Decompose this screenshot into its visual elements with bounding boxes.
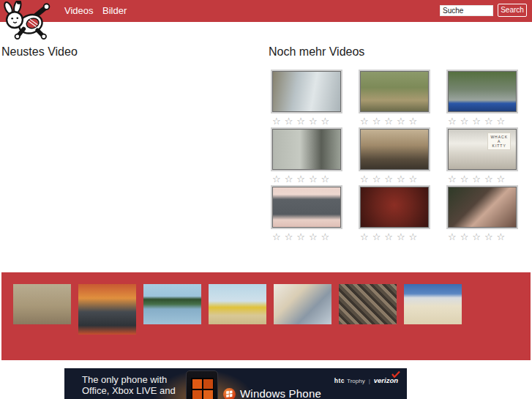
photo-thumb-crowd[interactable] bbox=[339, 284, 397, 324]
ad-brand-logos: htcTrophy|verizon bbox=[334, 376, 398, 384]
photo-thumb-lake-wader[interactable] bbox=[143, 284, 201, 324]
htc-model-label: Trophy bbox=[347, 378, 365, 384]
rating-stars[interactable]: ☆☆☆☆☆ bbox=[271, 174, 344, 185]
header-bar: Videos Bilder Search bbox=[0, 0, 532, 22]
video-thumb-news-report[interactable]: ☆☆☆☆☆ bbox=[446, 70, 520, 127]
video-thumb-news-report-image[interactable] bbox=[448, 71, 517, 112]
video-thumb-whack-a-kitty-image[interactable]: WHACK A KITTY bbox=[448, 129, 517, 170]
search-input[interactable] bbox=[440, 5, 493, 16]
brand-separator: | bbox=[369, 378, 370, 384]
video-thumb-hands-closeup-image[interactable] bbox=[448, 187, 517, 228]
windows-phone-device-image bbox=[186, 370, 218, 399]
search-button[interactable]: Search bbox=[498, 4, 527, 17]
rating-stars[interactable]: ☆☆☆☆☆ bbox=[446, 116, 520, 127]
windows-phone-logo-icon bbox=[223, 388, 236, 399]
video-thumb-church-gathering-image[interactable] bbox=[360, 129, 429, 170]
video-thumb-forest-hiker-image[interactable] bbox=[272, 129, 341, 170]
rating-stars[interactable]: ☆☆☆☆☆ bbox=[446, 174, 520, 185]
phone-tiles bbox=[192, 379, 202, 389]
rating-stars[interactable]: ☆☆☆☆☆ bbox=[359, 116, 432, 127]
rating-stars[interactable]: ☆☆☆☆☆ bbox=[271, 116, 344, 127]
video-thumb-cat-in-wheel[interactable]: ☆☆☆☆☆ bbox=[359, 185, 432, 243]
ad-banner[interactable]: The only phone with Office, Xbox LIVE an… bbox=[64, 368, 407, 399]
verizon-check-icon bbox=[391, 371, 400, 378]
ad-headline-line2: Office, Xbox LIVE and bbox=[82, 385, 176, 396]
nav-videos-link[interactable]: Videos bbox=[64, 0, 94, 22]
photo-thumb-car-wash[interactable] bbox=[78, 284, 136, 335]
photo-thumb-cattle-on-beach[interactable] bbox=[404, 284, 462, 324]
video-thumb-doormat-runner-image[interactable] bbox=[272, 187, 341, 228]
rating-stars[interactable]: ☆☆☆☆☆ bbox=[446, 231, 520, 243]
video-thumb-pandas-on-slide[interactable]: ☆☆☆☆☆ bbox=[359, 70, 432, 127]
ad-headline-line1: The only phone with bbox=[82, 374, 167, 385]
photo-strip-band bbox=[1, 272, 531, 360]
more-videos-heading: Noch mehr Videos bbox=[269, 45, 364, 59]
photo-thumb-yellow-beach-bus[interactable] bbox=[209, 284, 266, 324]
rating-stars[interactable]: ☆☆☆☆☆ bbox=[359, 174, 432, 185]
htc-logo: htc bbox=[334, 377, 345, 384]
windows-phone-wordmark: Windows Phone bbox=[240, 387, 321, 399]
video-thumb-shop-surveillance[interactable]: ☆☆☆☆☆ bbox=[271, 70, 344, 127]
video-thumb-forest-hiker[interactable]: ☆☆☆☆☆ bbox=[271, 127, 344, 185]
video-thumb-whack-a-kitty[interactable]: WHACK A KITTY☆☆☆☆☆ bbox=[446, 127, 520, 185]
video-thumb-pandas-on-slide-image[interactable] bbox=[360, 71, 429, 112]
thumbnail-caption: WHACK A KITTY bbox=[487, 133, 511, 150]
photo-strip bbox=[1, 272, 531, 335]
site-logo[interactable] bbox=[1, 1, 54, 42]
photo-thumb-cat-on-blankets[interactable] bbox=[274, 284, 331, 324]
rating-stars[interactable]: ☆☆☆☆☆ bbox=[271, 231, 344, 243]
video-thumb-hands-closeup[interactable]: ☆☆☆☆☆ bbox=[446, 185, 520, 243]
nav-bilder-link[interactable]: Bilder bbox=[102, 0, 127, 22]
rating-stars[interactable]: ☆☆☆☆☆ bbox=[359, 231, 432, 243]
verizon-logo: verizon bbox=[374, 376, 398, 384]
videos-grid: ☆☆☆☆☆☆☆☆☆☆☆☆☆☆☆☆☆☆☆☆☆☆☆☆☆WHACK A KITTY☆☆… bbox=[271, 70, 532, 243]
video-thumb-shop-surveillance-image[interactable] bbox=[272, 71, 341, 112]
video-thumb-church-gathering[interactable]: ☆☆☆☆☆ bbox=[359, 127, 432, 185]
photo-thumb-dog-rider[interactable] bbox=[13, 284, 71, 324]
phone-screen bbox=[191, 378, 214, 399]
rabbit-mascot-icon bbox=[1, 1, 54, 42]
video-thumb-cat-in-wheel-image[interactable] bbox=[360, 187, 429, 228]
video-thumb-doormat-runner[interactable]: ☆☆☆☆☆ bbox=[271, 185, 344, 243]
latest-video-heading: Neustes Video bbox=[1, 45, 78, 59]
